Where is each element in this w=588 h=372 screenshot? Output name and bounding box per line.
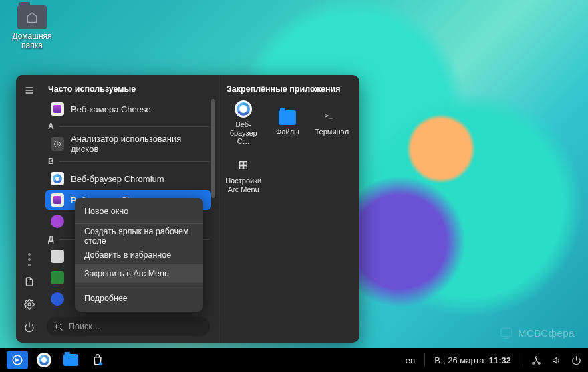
letter-sep-a: А (48, 122, 210, 131)
ctx-details[interactable]: Подробнее (75, 289, 203, 308)
search-box[interactable] (47, 317, 210, 336)
chromium-icon (51, 172, 64, 185)
disk-usage-icon (51, 137, 64, 151)
files-icon[interactable] (21, 273, 38, 290)
app-label: Веб-браузер Chromium (71, 174, 164, 184)
power-tray-icon[interactable] (571, 355, 581, 365)
watermark: МСВСфера (499, 325, 575, 340)
svg-point-1 (28, 303, 31, 306)
context-menu: Новое окно Создать ярлык на рабочем стол… (75, 198, 203, 312)
ctx-separator (75, 286, 203, 286)
desktop-home-folder[interactable]: Домашняя папка (8, 5, 56, 51)
hamburger-icon[interactable] (21, 82, 38, 99)
pinned-chromium[interactable]: Веб-браузер C… (223, 99, 264, 147)
svg-rect-7 (244, 166, 247, 169)
svg-point-9 (99, 362, 102, 365)
pinned-column: Закреплённые приложения Веб-браузер C… Ф… (219, 75, 359, 343)
pinned-files[interactable]: Файлы (267, 99, 308, 147)
taskbar-separator (521, 353, 521, 367)
search-icon (55, 322, 63, 331)
volume-icon[interactable] (551, 355, 561, 365)
app-icon (51, 271, 64, 284)
svg-point-11 (532, 362, 534, 364)
rail-overflow-dots: ••• (28, 252, 31, 268)
keyboard-lang[interactable]: en (406, 355, 415, 365)
svg-point-12 (538, 362, 540, 364)
terminal-icon: >_ (323, 110, 341, 125)
app-label: Анализатор использования дисков (71, 134, 206, 154)
pinned-label: Терминал (315, 128, 349, 136)
folder-icon (17, 5, 47, 29)
folder-icon (279, 110, 296, 125)
arc-menu-icon (235, 157, 252, 174)
letter-sep-zh: Ж (48, 312, 210, 313)
chromium-icon (235, 100, 252, 118)
ctx-separator (75, 223, 203, 224)
app-item-chromium[interactable]: Веб-браузер Chromium (45, 169, 211, 189)
app-label: Веб-камера Cheese (71, 104, 151, 114)
ctx-create-shortcut[interactable]: Создать ярлык на рабочем столе (75, 227, 203, 246)
chromium-icon (37, 353, 51, 367)
pinned-arc-settings[interactable]: Настройки Arc Menu (223, 151, 264, 199)
network-icon[interactable] (531, 355, 541, 365)
svg-rect-4 (240, 162, 243, 165)
ctx-add-favorite[interactable]: Добавить в избранное (75, 246, 203, 264)
app-item-cheese-freq[interactable]: Веб-камера Cheese (45, 99, 211, 119)
app-item-disk-analyzer[interactable]: Анализатор использования дисков (45, 134, 211, 154)
pinned-label: Веб-браузер C… (223, 120, 264, 146)
taskbar-chromium[interactable] (33, 351, 55, 369)
side-rail: ••• (16, 75, 43, 343)
pinned-heading: Закреплённые приложения (223, 82, 353, 99)
taskbar-files[interactable] (60, 351, 82, 369)
power-icon[interactable] (21, 318, 38, 336)
svg-point-10 (535, 356, 537, 358)
pinned-terminal[interactable]: >_ Терминал (311, 99, 353, 147)
svg-point-3 (56, 324, 61, 329)
app-icon (51, 250, 64, 263)
search-input[interactable] (69, 322, 202, 331)
folder-icon (63, 354, 78, 366)
pinned-label: Настройки Arc Menu (223, 177, 264, 193)
ctx-new-window[interactable]: Новое окно (75, 202, 203, 221)
ctx-pin-arc-menu[interactable]: Закрепить в Arc Menu (75, 264, 203, 283)
svg-rect-0 (501, 329, 512, 337)
start-button[interactable] (7, 351, 28, 369)
scrollbar-thumb[interactable] (211, 99, 215, 198)
settings-icon[interactable] (21, 296, 38, 313)
taskbar-software[interactable] (87, 351, 108, 369)
freq-used-heading: Часто используемые (44, 82, 215, 99)
desktop-icon-label: Домашняя папка (8, 31, 56, 51)
cheese-icon (51, 193, 64, 207)
taskbar: en Вт, 26 марта 11:32 (0, 348, 588, 372)
pinned-label: Файлы (276, 128, 299, 136)
shopping-bag-icon (91, 353, 104, 367)
app-icon (51, 215, 64, 228)
svg-rect-5 (244, 162, 247, 165)
letter-sep-v: В (48, 157, 210, 166)
taskbar-separator (424, 353, 425, 367)
cheese-icon (51, 102, 64, 116)
taskbar-date[interactable]: Вт, 26 марта 11:32 (434, 355, 511, 365)
svg-rect-6 (240, 166, 243, 169)
app-icon (51, 292, 64, 306)
